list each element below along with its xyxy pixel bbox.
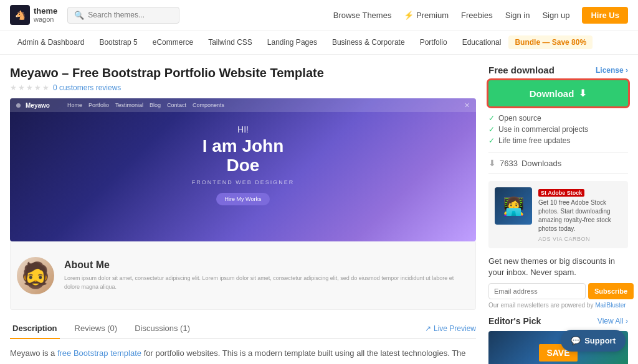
check-icon-1: ✓ <box>488 114 495 123</box>
check-icon-2: ✓ <box>488 125 495 134</box>
bootstrap-template-link[interactable]: free Bootstrap template <box>57 348 141 358</box>
main-content: Meyawo – Free Bootstrap Portfolio Websit… <box>0 55 638 364</box>
support-button[interactable]: 💬 Support <box>561 330 626 352</box>
tabs-row: Description Reviews (0) Discussions (1) … <box>10 319 476 339</box>
logo-text: theme wagon <box>34 7 57 23</box>
preview-hi-text: HI! <box>237 124 249 134</box>
feature-commercial: ✓Use in commercial projects <box>488 124 628 135</box>
description-content: Meyawo is a free Bootstrap template for … <box>10 347 476 364</box>
nav-freebies[interactable]: Freebies <box>461 11 493 20</box>
preview-hero-content: HI! I am John Doe FRONTEND WEB DESIGNER … <box>10 112 476 218</box>
preview-browser-bar: Meyawo Home Portfolio Testimonial Blog C… <box>10 98 476 112</box>
subscribe-button[interactable]: Subscribe <box>588 283 634 299</box>
nav-signup[interactable]: Sign up <box>542 11 569 20</box>
nav-signin[interactable]: Sign in <box>505 11 530 20</box>
external-link-icon: ↗ <box>425 324 431 333</box>
cat-bootstrap5[interactable]: Bootstrap 5 <box>92 35 145 49</box>
preview-about-section: 🧔 About Me Lorem ipsum dolor sit amet, c… <box>10 241 476 310</box>
star-5: ★ <box>42 83 49 92</box>
newsletter-section: Get new themes or big discounts in your … <box>488 256 628 309</box>
about-body: Lorem ipsum dolor sit amet, consectetur … <box>64 274 469 291</box>
star-1: ★ <box>10 83 17 92</box>
cat-admin-dashboard[interactable]: Admin & Dashboard <box>10 35 92 49</box>
search-icon: 🔍 <box>74 11 84 20</box>
bar-link-portfolio: Portfolio <box>88 102 109 108</box>
star-2: ★ <box>18 83 25 92</box>
about-title: About Me <box>64 259 469 271</box>
preview-name: I am John Doe <box>202 137 284 175</box>
feature-open-source: ✓Open source <box>488 113 628 124</box>
free-download-header: Free download License › <box>488 65 628 75</box>
newsletter-title: Get new themes or big discounts in your … <box>488 256 628 278</box>
support-icon: 💬 <box>571 336 581 345</box>
logo-icon: 🐴 <box>10 5 30 25</box>
license-link[interactable]: License › <box>596 66 628 75</box>
bar-link-contact: Contact <box>167 102 186 108</box>
page-title: Meyawo – Free Bootstrap Portfolio Websit… <box>10 65 476 81</box>
search-input[interactable] <box>88 11 175 19</box>
downloads-label: Downloads <box>521 159 561 168</box>
about-text-block: About Me Lorem ipsum dolor sit amet, con… <box>64 259 469 291</box>
ad-person-image: 👩‍💻 <box>503 196 525 217</box>
newsletter-form: Subscribe <box>488 283 628 299</box>
feature-updates: ✓Life time free updates <box>488 135 628 146</box>
ad-image: 👩‍💻 <box>495 187 532 225</box>
bar-close-icon: ✕ <box>464 101 470 110</box>
ad-content: St Adobe Stock Get 10 free Adobe Stock p… <box>538 187 622 242</box>
downloads-count-row: ⬇ 7633 Downloads <box>488 152 628 174</box>
star-3: ★ <box>26 83 33 92</box>
star-4: ★ <box>34 83 41 92</box>
ad-text: Get 10 free Adobe Stock photos. Start do… <box>538 198 622 233</box>
right-sidebar: Free download License › Download ⬇ ✓Open… <box>488 65 628 364</box>
editors-pick-title: Editor's Pick <box>488 316 541 326</box>
preview-subtitle: FRONTEND WEB DESIGNER <box>192 179 295 185</box>
cat-educational[interactable]: Educational <box>455 35 509 49</box>
downloads-icon: ⬇ <box>488 158 496 168</box>
nav-links: Browse Themes ⚡ Premium Freebies Sign in… <box>333 7 628 24</box>
view-all-link[interactable]: View All › <box>598 317 628 325</box>
cat-landing-pages[interactable]: Landing Pages <box>260 35 325 49</box>
cat-ecommerce[interactable]: eCommerce <box>145 35 201 49</box>
live-preview-link[interactable]: ↗ Live Preview <box>425 324 476 333</box>
left-column: Meyawo – Free Bootstrap Portfolio Websit… <box>10 65 476 364</box>
search-box[interactable]: 🔍 <box>67 7 179 24</box>
bar-dot-1 <box>16 103 21 108</box>
tab-discussions[interactable]: Discussions (1) <box>132 319 193 339</box>
preview-mockup: Meyawo Home Portfolio Testimonial Blog C… <box>10 98 476 241</box>
tab-description[interactable]: Description <box>10 319 60 339</box>
description-paragraph: Meyawo is a free Bootstrap template for … <box>10 347 476 364</box>
avatar-image: 🧔 <box>20 261 51 290</box>
cat-bundle[interactable]: Bundle — Save 80% <box>508 35 593 49</box>
preview-hire-button[interactable]: Hire My Works <box>216 193 270 205</box>
bar-link-home: Home <box>67 102 82 108</box>
ad-via: ADS VIA CARBON <box>538 236 622 242</box>
download-button[interactable]: Download ⬇ <box>488 80 628 106</box>
cat-tailwind[interactable]: Tailwind CSS <box>201 35 260 49</box>
nav-hire-us[interactable]: Hire Us <box>582 7 628 24</box>
cat-portfolio[interactable]: Portfolio <box>412 35 455 49</box>
email-input[interactable] <box>488 283 586 299</box>
bar-link-components: Components <box>193 102 224 108</box>
category-navigation: Admin & Dashboard Bootstrap 5 eCommerce … <box>0 30 638 55</box>
top-navigation: 🐴 theme wagon 🔍 Browse Themes ⚡ Premium … <box>0 0 638 30</box>
nav-premium[interactable]: ⚡ Premium <box>404 11 449 20</box>
bar-nav-links: Home Portfolio Testimonial Blog Contact … <box>67 102 224 108</box>
cat-business-corporate[interactable]: Business & Corporate <box>325 35 412 49</box>
avatar: 🧔 <box>17 257 54 294</box>
ad-block: 👩‍💻 St Adobe Stock Get 10 free Adobe Sto… <box>488 181 628 248</box>
preview-image-hero: Meyawo Home Portfolio Testimonial Blog C… <box>10 98 476 241</box>
editors-pick-header: Editor's Pick View All › <box>488 316 628 326</box>
bar-link-blog: Blog <box>150 102 161 108</box>
download-icon: ⬇ <box>579 88 587 99</box>
bar-logo: Meyawo <box>26 102 50 109</box>
tab-reviews[interactable]: Reviews (0) <box>72 319 120 339</box>
ad-logo: St Adobe Stock <box>538 189 584 197</box>
star-rating: ★ ★ ★ ★ ★ <box>10 83 49 92</box>
nav-browse-themes[interactable]: Browse Themes <box>333 11 392 20</box>
reviews-link[interactable]: 0 customers reviews <box>53 83 121 92</box>
mailbluster-link[interactable]: MailBluster <box>595 302 626 309</box>
check-icon-3: ✓ <box>488 136 495 145</box>
logo-link[interactable]: 🐴 theme wagon <box>10 5 57 25</box>
newsletter-note: Our email newsletters are powered by Mai… <box>488 302 628 309</box>
bar-link-testimonial: Testimonial <box>115 102 143 108</box>
